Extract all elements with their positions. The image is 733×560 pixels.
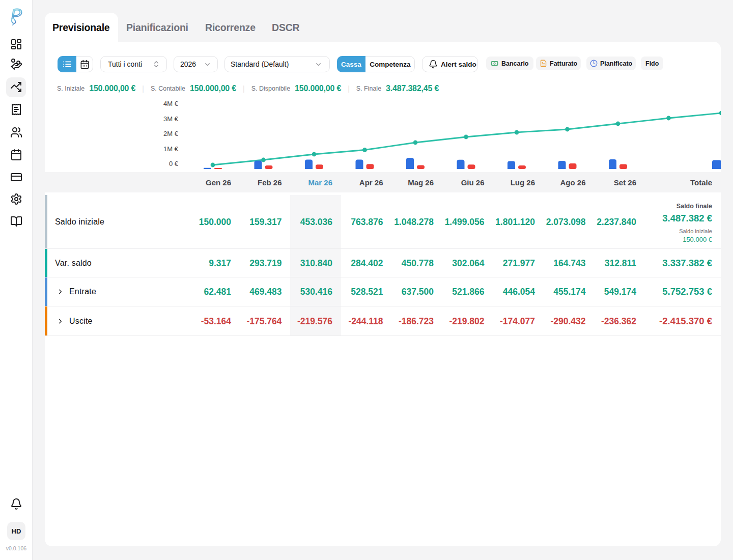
svg-text:0 €: 0 € bbox=[169, 160, 179, 167]
svg-text:1M €: 1M € bbox=[163, 145, 179, 153]
svg-text:3M €: 3M € bbox=[163, 115, 179, 123]
svg-text:4M €: 4M € bbox=[163, 100, 179, 107]
svg-text:2M €: 2M € bbox=[163, 130, 179, 137]
